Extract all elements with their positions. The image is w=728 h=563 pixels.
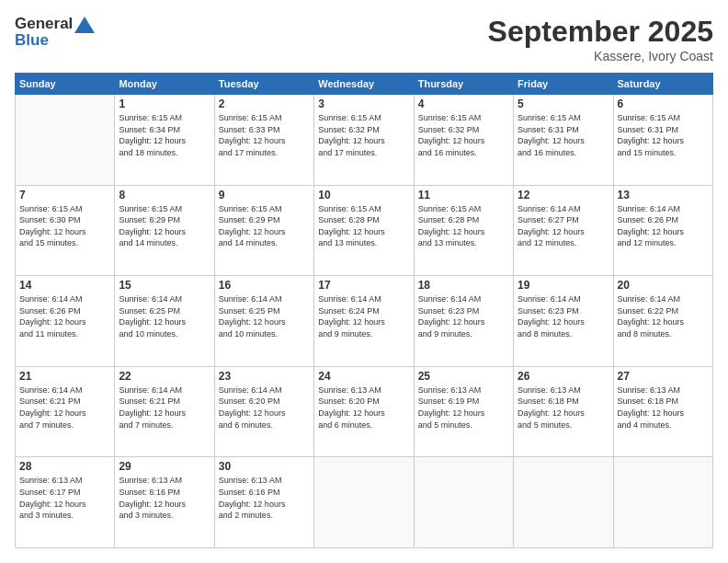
day-number: 19: [518, 279, 609, 292]
day-number: 6: [618, 98, 709, 110]
day-info: Sunrise: 6:14 AMSunset: 6:21 PMDaylight:…: [119, 385, 210, 431]
logo: General Blue: [15, 15, 95, 50]
day-info: Sunrise: 6:14 AMSunset: 6:26 PMDaylight:…: [19, 293, 110, 339]
day-cell: 29Sunrise: 6:13 AMSunset: 6:16 PMDayligh…: [115, 457, 214, 548]
day-info: Sunrise: 6:15 AMSunset: 6:32 PMDaylight:…: [318, 112, 409, 158]
day-info: Sunrise: 6:15 AMSunset: 6:28 PMDaylight:…: [418, 203, 509, 249]
day-number: 28: [19, 460, 110, 473]
day-cell: 14Sunrise: 6:14 AMSunset: 6:26 PMDayligh…: [16, 276, 115, 367]
day-info: Sunrise: 6:14 AMSunset: 6:24 PMDaylight:…: [318, 293, 409, 339]
day-cell: 22Sunrise: 6:14 AMSunset: 6:21 PMDayligh…: [115, 366, 214, 457]
calendar-header: SundayMondayTuesdayWednesdayThursdayFrid…: [16, 74, 713, 95]
day-cell: 18Sunrise: 6:14 AMSunset: 6:23 PMDayligh…: [414, 276, 513, 367]
day-number: 2: [219, 98, 310, 110]
day-number: 11: [418, 189, 509, 201]
day-number: 16: [219, 279, 310, 292]
page: General Blue September 2025 Kassere, Ivo…: [0, 0, 728, 563]
day-cell: 17Sunrise: 6:14 AMSunset: 6:24 PMDayligh…: [314, 276, 414, 367]
day-cell: 21Sunrise: 6:14 AMSunset: 6:21 PMDayligh…: [16, 366, 115, 457]
day-cell: 15Sunrise: 6:14 AMSunset: 6:25 PMDayligh…: [115, 276, 214, 367]
day-cell: 6Sunrise: 6:15 AMSunset: 6:31 PMDaylight…: [613, 95, 712, 186]
month-title: September 2025: [488, 15, 713, 49]
weekday-header-saturday: Saturday: [613, 74, 712, 95]
day-info: Sunrise: 6:13 AMSunset: 6:20 PMDaylight:…: [318, 385, 409, 431]
day-cell: 4Sunrise: 6:15 AMSunset: 6:32 PMDaylight…: [414, 95, 513, 186]
day-cell: [613, 457, 712, 548]
day-info: Sunrise: 6:15 AMSunset: 6:31 PMDaylight:…: [518, 112, 609, 158]
day-info: Sunrise: 6:15 AMSunset: 6:28 PMDaylight:…: [318, 203, 409, 249]
weekday-row: SundayMondayTuesdayWednesdayThursdayFrid…: [16, 74, 713, 95]
weekday-header-wednesday: Wednesday: [314, 74, 414, 95]
day-info: Sunrise: 6:15 AMSunset: 6:29 PMDaylight:…: [119, 203, 210, 249]
day-number: 23: [219, 370, 310, 383]
day-cell: 30Sunrise: 6:13 AMSunset: 6:16 PMDayligh…: [214, 457, 313, 548]
day-cell: 26Sunrise: 6:13 AMSunset: 6:18 PMDayligh…: [514, 366, 613, 457]
day-info: Sunrise: 6:14 AMSunset: 6:25 PMDaylight:…: [219, 293, 310, 339]
day-info: Sunrise: 6:15 AMSunset: 6:29 PMDaylight:…: [219, 203, 310, 249]
day-number: 9: [219, 189, 310, 201]
day-cell: [514, 457, 613, 548]
week-row-0: 1Sunrise: 6:15 AMSunset: 6:34 PMDaylight…: [16, 95, 713, 186]
logo-icon: [74, 17, 95, 33]
day-cell: 5Sunrise: 6:15 AMSunset: 6:31 PMDaylight…: [514, 95, 613, 186]
day-cell: 9Sunrise: 6:15 AMSunset: 6:29 PMDaylight…: [214, 185, 313, 276]
day-number: 22: [119, 370, 210, 383]
day-info: Sunrise: 6:14 AMSunset: 6:27 PMDaylight:…: [518, 203, 609, 249]
calendar-body: 1Sunrise: 6:15 AMSunset: 6:34 PMDaylight…: [16, 95, 713, 548]
location: Kassere, Ivory Coast: [488, 49, 713, 63]
day-number: 15: [119, 279, 210, 292]
day-cell: 27Sunrise: 6:13 AMSunset: 6:18 PMDayligh…: [613, 366, 712, 457]
weekday-header-thursday: Thursday: [414, 74, 513, 95]
week-row-2: 14Sunrise: 6:14 AMSunset: 6:26 PMDayligh…: [16, 276, 713, 367]
day-number: 26: [518, 370, 609, 383]
day-cell: 25Sunrise: 6:13 AMSunset: 6:19 PMDayligh…: [414, 366, 513, 457]
day-info: Sunrise: 6:14 AMSunset: 6:26 PMDaylight:…: [618, 203, 709, 249]
day-info: Sunrise: 6:14 AMSunset: 6:20 PMDaylight:…: [219, 385, 310, 431]
day-info: Sunrise: 6:14 AMSunset: 6:25 PMDaylight:…: [119, 293, 210, 339]
day-cell: 23Sunrise: 6:14 AMSunset: 6:20 PMDayligh…: [214, 366, 313, 457]
day-number: 14: [19, 279, 110, 292]
day-number: 25: [418, 370, 509, 383]
day-cell: 8Sunrise: 6:15 AMSunset: 6:29 PMDaylight…: [115, 185, 214, 276]
day-cell: [314, 457, 414, 548]
day-info: Sunrise: 6:15 AMSunset: 6:31 PMDaylight:…: [618, 112, 709, 158]
day-number: 12: [518, 189, 609, 201]
day-info: Sunrise: 6:13 AMSunset: 6:16 PMDaylight:…: [119, 475, 210, 521]
day-info: Sunrise: 6:14 AMSunset: 6:22 PMDaylight:…: [618, 293, 709, 339]
day-number: 4: [418, 98, 509, 110]
day-number: 13: [618, 189, 709, 201]
day-cell: 10Sunrise: 6:15 AMSunset: 6:28 PMDayligh…: [314, 185, 414, 276]
day-cell: 7Sunrise: 6:15 AMSunset: 6:30 PMDaylight…: [16, 185, 115, 276]
day-number: 5: [518, 98, 609, 110]
day-cell: 13Sunrise: 6:14 AMSunset: 6:26 PMDayligh…: [613, 185, 712, 276]
day-info: Sunrise: 6:14 AMSunset: 6:23 PMDaylight:…: [418, 293, 509, 339]
day-info: Sunrise: 6:15 AMSunset: 6:34 PMDaylight:…: [119, 112, 210, 158]
day-info: Sunrise: 6:14 AMSunset: 6:23 PMDaylight:…: [518, 293, 609, 339]
header: General Blue September 2025 Kassere, Ivo…: [15, 15, 713, 63]
day-cell: [16, 95, 115, 186]
day-number: 17: [318, 279, 409, 292]
day-info: Sunrise: 6:15 AMSunset: 6:33 PMDaylight:…: [219, 112, 310, 158]
day-info: Sunrise: 6:13 AMSunset: 6:18 PMDaylight:…: [618, 385, 709, 431]
day-number: 1: [119, 98, 210, 110]
day-number: 29: [119, 460, 210, 473]
day-number: 8: [119, 189, 210, 201]
day-info: Sunrise: 6:13 AMSunset: 6:17 PMDaylight:…: [19, 475, 110, 521]
day-number: 21: [19, 370, 110, 383]
day-info: Sunrise: 6:13 AMSunset: 6:19 PMDaylight:…: [418, 385, 509, 431]
day-info: Sunrise: 6:15 AMSunset: 6:30 PMDaylight:…: [19, 203, 110, 249]
day-cell: 28Sunrise: 6:13 AMSunset: 6:17 PMDayligh…: [16, 457, 115, 548]
weekday-header-friday: Friday: [514, 74, 613, 95]
week-row-3: 21Sunrise: 6:14 AMSunset: 6:21 PMDayligh…: [16, 366, 713, 457]
day-cell: 1Sunrise: 6:15 AMSunset: 6:34 PMDaylight…: [115, 95, 214, 186]
day-info: Sunrise: 6:15 AMSunset: 6:32 PMDaylight:…: [418, 112, 509, 158]
day-number: 24: [318, 370, 409, 383]
day-cell: 24Sunrise: 6:13 AMSunset: 6:20 PMDayligh…: [314, 366, 414, 457]
day-cell: 3Sunrise: 6:15 AMSunset: 6:32 PMDaylight…: [314, 95, 414, 186]
weekday-header-tuesday: Tuesday: [214, 74, 313, 95]
day-cell: 19Sunrise: 6:14 AMSunset: 6:23 PMDayligh…: [514, 276, 613, 367]
week-row-4: 28Sunrise: 6:13 AMSunset: 6:17 PMDayligh…: [16, 457, 713, 548]
calendar-table: SundayMondayTuesdayWednesdayThursdayFrid…: [15, 73, 713, 548]
day-cell: [414, 457, 513, 548]
day-info: Sunrise: 6:13 AMSunset: 6:16 PMDaylight:…: [219, 475, 310, 521]
